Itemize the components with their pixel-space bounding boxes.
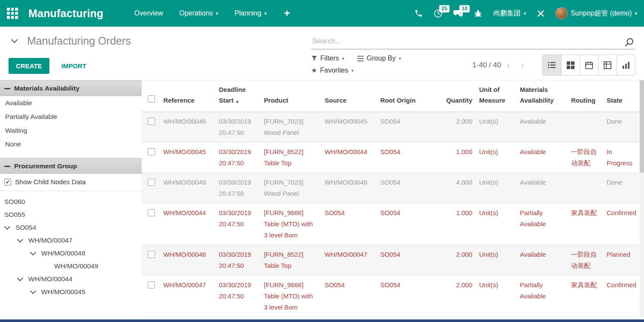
chevron-down-icon[interactable] (4, 224, 10, 230)
procurement-section-header[interactable]: Procurement Group (0, 158, 142, 174)
procurement-tree-item[interactable]: WH/MO/00047 (0, 234, 142, 247)
column-header[interactable]: Unit of Measure (476, 80, 516, 112)
column-header[interactable]: Reference (160, 80, 215, 112)
table-body: WH/MO/00046 03/30/2019 20:47:50 [FURN_70… (142, 112, 640, 317)
navbar-menu-item[interactable]: Operations ▾ (179, 9, 219, 17)
create-button[interactable]: CREATE (9, 58, 49, 74)
row-checkbox[interactable] (148, 251, 155, 258)
column-header[interactable]: Product (261, 80, 321, 112)
tree-item-label: SO054 (15, 224, 36, 231)
section-title: Materials Availability (14, 85, 79, 92)
pager-value[interactable]: 1-40 / 40 (472, 60, 501, 71)
cell-unit-of-measure: Unit(s) (476, 275, 516, 317)
chevron-down-icon[interactable] (30, 288, 36, 294)
cell-root-origin: SO054 (377, 203, 433, 245)
procurement-tree-item[interactable]: WH/MO/00048 (0, 247, 142, 260)
favorites-menu[interactable]: ★ Favorites ▾ (311, 67, 354, 74)
add-menu-button[interactable]: + (284, 7, 290, 19)
cell-quantity: 2.000 (433, 275, 476, 317)
table-row[interactable]: WH/MO/00046 03/30/2019 20:47:50 [FURN_70… (142, 112, 640, 142)
filters-menu[interactable]: Filters ▾ (311, 55, 344, 62)
cell-deadline-start: 03/30/2019 20:47:50 (216, 142, 261, 173)
column-header[interactable]: State (603, 80, 640, 112)
bug-icon[interactable] (474, 9, 483, 18)
navbar-right: 25 10 尚鹏集团 ▾ Sunpop超管 (demo) ▾ (414, 7, 637, 19)
cell-materials-availability: Available (516, 245, 568, 275)
activities-icon[interactable]: 25 (434, 9, 443, 18)
procurement-tree-item[interactable]: WH/MO/00049 (0, 260, 142, 273)
import-button[interactable]: IMPORT (61, 62, 86, 70)
kanban-view-button[interactable] (561, 55, 580, 75)
phone-icon[interactable] (414, 9, 423, 18)
navbar-menu-item[interactable]: Planning ▾ (234, 9, 267, 17)
top-navbar: Manufacturing Overview Operations ▾ Plan… (0, 0, 644, 27)
pivot-view-icon (604, 61, 611, 69)
navbar-menu-item[interactable]: Overview (134, 9, 163, 17)
search-icon[interactable] (624, 37, 635, 49)
show-child-nodes-option[interactable]: ✓ Show Child Nodes Data (0, 174, 142, 191)
column-header[interactable]: Quantity (433, 80, 476, 112)
row-checkbox[interactable] (148, 148, 155, 155)
tree-item-label: WH/MO/00047 (28, 237, 73, 244)
table-row[interactable]: WH/MO/00047 03/30/2019 20:47:50 [FURN_96… (142, 275, 640, 317)
group-by-menu[interactable]: Group By ▾ (357, 55, 401, 62)
show-child-nodes-checkbox[interactable]: ✓ (4, 179, 11, 185)
row-checkbox[interactable] (148, 209, 155, 216)
column-header[interactable]: Materials Availability (516, 80, 568, 112)
row-checkbox-cell (142, 173, 160, 203)
breadcrumb-toggle-icon[interactable] (11, 36, 18, 43)
scrollbar-thumb[interactable] (640, 80, 644, 173)
procurement-tree-item[interactable]: SO054 (0, 221, 142, 234)
vertical-scrollbar[interactable] (640, 80, 644, 317)
action-buttons: CREATE IMPORT (9, 56, 311, 76)
column-header[interactable]: Deadline Start▲ (216, 80, 261, 112)
availability-filter-item[interactable]: Available (0, 96, 142, 110)
procurement-tree-item[interactable]: SO055 (0, 208, 142, 221)
chevron-down-icon[interactable] (17, 237, 23, 243)
column-header[interactable]: Root Origin (377, 80, 433, 112)
view-switcher (542, 55, 635, 76)
cell-product: [FURN_8522] Table Top (261, 142, 321, 173)
menu-label: Overview (134, 9, 163, 17)
search-input[interactable] (311, 34, 635, 49)
calendar-view-button[interactable] (580, 55, 598, 75)
tools-icon[interactable] (537, 9, 545, 18)
column-header[interactable]: Source (321, 80, 377, 112)
table-row[interactable]: WH/MO/00048 03/30/2019 20:47:50 [FURN_85… (142, 245, 640, 275)
row-checkbox[interactable] (148, 179, 155, 186)
chevron-down-icon: ▾ (351, 68, 354, 73)
group-by-label: Group By (367, 55, 396, 62)
tree-item-label: SO055 (4, 211, 25, 219)
procurement-tree-item[interactable]: SO060 (0, 195, 142, 208)
graph-view-button[interactable] (617, 55, 635, 75)
availability-filter-item[interactable]: None (0, 137, 142, 151)
column-header[interactable]: Routing (568, 80, 603, 112)
list-view-button[interactable] (543, 55, 561, 75)
company-menu[interactable]: 尚鹏集团 ▾ (493, 9, 526, 18)
pager-next-icon[interactable]: › (515, 60, 529, 71)
table-row[interactable]: WH/MO/00049 03/30/2019 20:47:50 [FURN_70… (142, 173, 640, 203)
bottom-edge-bar (0, 319, 644, 322)
select-all-checkbox[interactable] (148, 95, 155, 103)
cell-quantity: 2.000 (433, 245, 476, 275)
procurement-tree-item[interactable]: WH/MO/00045 (0, 286, 142, 298)
availability-filter-item[interactable]: Waiting (0, 124, 142, 137)
user-menu[interactable]: Sunpop超管 (demo) ▾ (556, 7, 637, 19)
row-checkbox[interactable] (148, 281, 155, 289)
chevron-down-icon[interactable] (30, 249, 36, 255)
pivot-view-button[interactable] (598, 55, 617, 75)
availability-filter-item[interactable]: Partially Available (0, 110, 142, 124)
column-label: Product (264, 97, 289, 104)
cell-reference: WH/MO/00044 (160, 203, 215, 245)
table-row[interactable]: WH/MO/00045 03/30/2019 20:47:50 [FURN_85… (142, 142, 640, 173)
apps-menu-icon[interactable] (7, 8, 18, 19)
cell-deadline-start: 03/30/2019 20:47:50 (216, 275, 261, 317)
messages-icon[interactable]: 10 (453, 9, 463, 18)
availability-section-header[interactable]: Materials Availability (0, 80, 142, 96)
row-checkbox[interactable] (148, 118, 155, 125)
cell-source: WH/MO/00048 (321, 173, 377, 203)
procurement-tree-item[interactable]: WH/MO/00044 (0, 273, 142, 286)
pager-previous-icon[interactable]: ‹ (501, 60, 516, 71)
table-row[interactable]: WH/MO/00044 03/30/2019 20:47:50 [FURN_96… (142, 203, 640, 245)
chevron-down-icon[interactable] (17, 275, 23, 281)
